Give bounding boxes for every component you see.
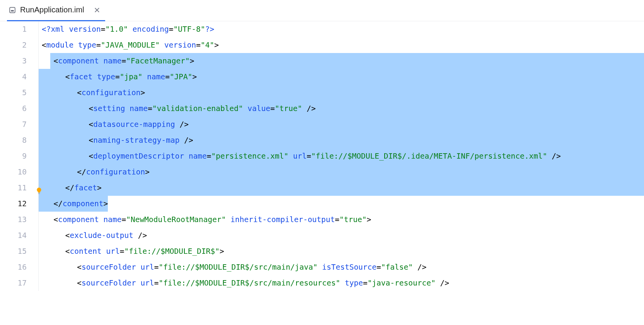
line-number: 13 (0, 212, 27, 228)
svg-rect-3 (38, 193, 40, 194)
file-icon (9, 6, 16, 14)
code-line[interactable]: <configuration> (39, 85, 644, 101)
line-number: 11 (0, 180, 27, 196)
code-line[interactable]: </facet> (39, 180, 644, 196)
intention-bulb-icon[interactable] (35, 184, 43, 192)
code-line[interactable]: <component name="NewModuleRootManager" i… (39, 212, 644, 228)
code-line[interactable]: <module type="JAVA_MODULE" version="4"> (39, 37, 644, 53)
tab-bar: RunApplication.iml (0, 0, 644, 21)
line-number: 7 (0, 116, 27, 132)
line-number: 15 (0, 243, 27, 259)
code-line[interactable]: <facet type="jpa" name="JPA"> (39, 69, 644, 85)
line-number: 10 (0, 164, 27, 180)
code-line[interactable]: </component> (39, 196, 644, 212)
svg-rect-1 (11, 10, 14, 12)
close-icon[interactable] (94, 7, 101, 14)
line-number: 14 (0, 228, 27, 243)
line-number: 16 (0, 259, 27, 275)
line-number: 17 (0, 275, 27, 291)
line-number: 9 (0, 148, 27, 164)
tab-filename: RunApplication.iml (20, 5, 84, 14)
code-editor[interactable]: 1234567891011121314151617 <?xml version=… (0, 21, 644, 291)
line-number: 8 (0, 132, 27, 148)
line-number: 5 (0, 85, 27, 101)
code-line[interactable]: <setting name="validation-enabled" value… (39, 101, 644, 116)
code-line[interactable]: <sourceFolder url="file://$MODULE_DIR$/s… (39, 275, 644, 291)
line-number: 3 (0, 53, 27, 69)
line-number: 2 (0, 37, 27, 53)
code-line[interactable]: <deploymentDescriptor name="persistence.… (39, 148, 644, 164)
code-line[interactable]: <?xml version="1.0" encoding="UTF-8"?> (39, 21, 644, 37)
line-number: 1 (0, 21, 27, 37)
code-line[interactable]: <exclude-output /> (39, 228, 644, 243)
svg-rect-2 (38, 193, 40, 193)
code-line[interactable]: <sourceFolder url="file://$MODULE_DIR$/s… (39, 259, 644, 275)
code-line[interactable]: </configuration> (39, 164, 644, 180)
line-number: 6 (0, 101, 27, 116)
tab-runapplication-iml[interactable]: RunApplication.iml (7, 0, 105, 21)
code-line[interactable]: <content url="file://$MODULE_DIR$"> (39, 243, 644, 259)
line-number: 4 (0, 69, 27, 85)
code-line[interactable]: <datasource-mapping /> (39, 116, 644, 132)
line-number: 12 (0, 196, 27, 212)
code-line[interactable]: <naming-strategy-map /> (39, 132, 644, 148)
code-line[interactable]: <component name="FacetManager"> (39, 53, 644, 69)
gutter: 1234567891011121314151617 (0, 21, 39, 291)
code-area[interactable]: <?xml version="1.0" encoding="UTF-8"?><m… (39, 21, 644, 291)
